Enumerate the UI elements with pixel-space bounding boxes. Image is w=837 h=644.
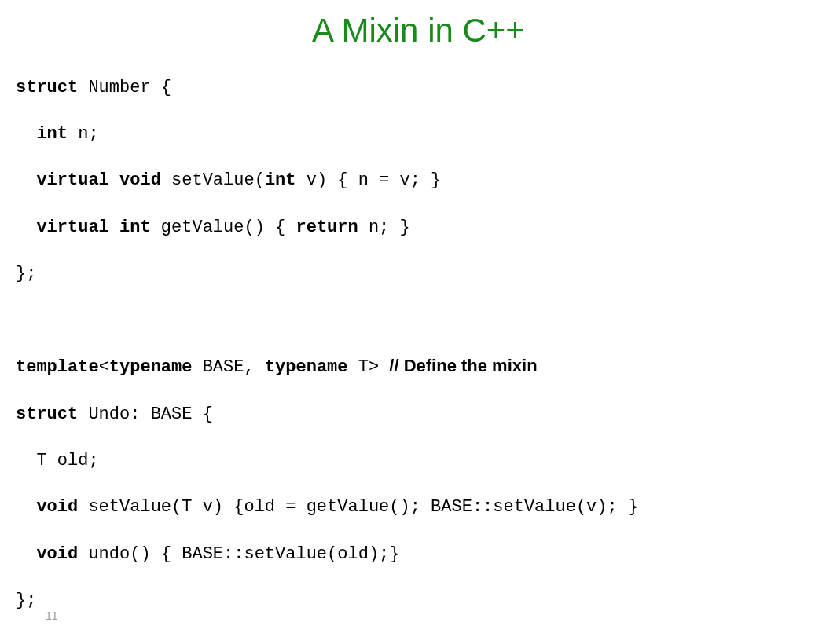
code-text — [16, 218, 36, 237]
code-text: Number { — [78, 78, 171, 97]
code-line: }; — [16, 589, 821, 613]
code-line: virtual void setValue(int v) { n = v; } — [16, 169, 821, 192]
code-line: template<typename BASE, typename T> // D… — [16, 354, 821, 379]
code-text — [16, 497, 36, 517]
slide-title: A Mixin in C++ — [16, 12, 821, 49]
code-text: BASE, — [192, 357, 264, 377]
code-text: < — [99, 357, 109, 377]
comment: // Define the mixin — [389, 356, 537, 375]
code-line: struct Undo: BASE { — [16, 403, 821, 426]
code-text: undo() { BASE::setValue(old);} — [78, 544, 399, 564]
code-text: Undo: BASE { — [78, 404, 213, 424]
blank-line — [16, 309, 821, 331]
code-text — [16, 124, 36, 144]
code-text: T> — [348, 357, 390, 377]
blank-line — [16, 636, 821, 645]
keyword: virtual void — [36, 170, 160, 190]
keyword: int — [265, 170, 296, 190]
keyword: typename — [109, 357, 193, 377]
code-text: setValue( — [161, 170, 265, 190]
code-line: virtual int getValue() { return n; } — [16, 216, 821, 240]
code-text: v) { n = v; } — [296, 170, 441, 190]
code-line: }; — [16, 262, 821, 286]
keyword: typename — [265, 357, 348, 377]
keyword: return — [296, 218, 358, 237]
keyword: void — [36, 497, 78, 517]
keyword: virtual int — [36, 218, 150, 237]
code-line: void setValue(T v) {old = getValue(); BA… — [16, 496, 821, 519]
code-line: T old; — [16, 449, 821, 473]
code-text — [16, 170, 36, 190]
code-text: n; — [68, 124, 99, 144]
keyword: template — [16, 357, 99, 377]
page-number: 11 — [46, 609, 58, 622]
code-line: void undo() { BASE::setValue(old);} — [16, 543, 821, 566]
code-line: int n; — [16, 123, 821, 146]
code-text: n; } — [358, 218, 410, 237]
code-text: getValue() { — [151, 218, 296, 237]
keyword: int — [36, 124, 68, 144]
keyword: struct — [16, 404, 78, 424]
keyword: void — [36, 544, 78, 564]
code-line: struct Number { — [16, 76, 821, 100]
keyword: struct — [16, 78, 78, 97]
code-text — [16, 544, 36, 564]
code-block: struct Number { int n; virtual void setV… — [16, 53, 821, 644]
code-text: setValue(T v) {old = getValue(); BASE::s… — [78, 497, 638, 517]
